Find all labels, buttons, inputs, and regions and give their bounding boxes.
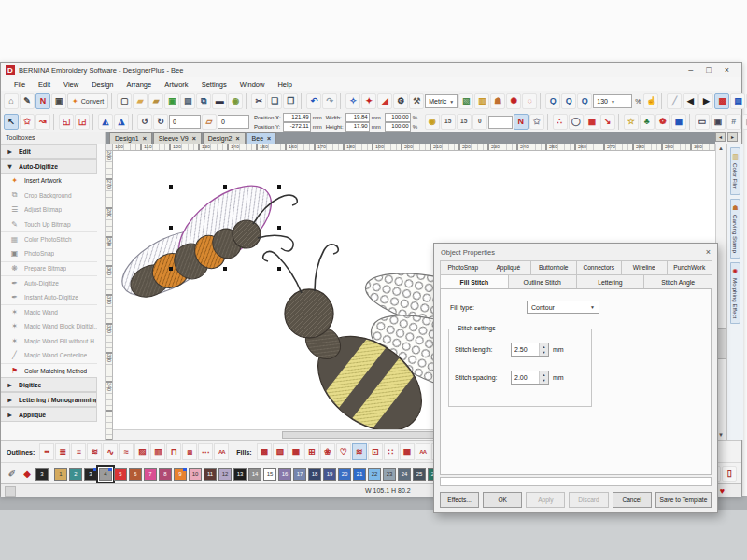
dialog-tab[interactable]: PhotoSnap xyxy=(440,260,486,275)
dialog-tab[interactable]: PunchWork xyxy=(667,260,713,275)
color-swatch[interactable]: 4 xyxy=(99,468,112,481)
outline-stitch-icon[interactable]: ≈ xyxy=(119,443,134,460)
toolbox-row[interactable]: ❋ Prepare Bitmap xyxy=(1,261,97,276)
toolbar-icon[interactable] xyxy=(301,93,303,109)
tab-scroll-left[interactable]: ◂ xyxy=(715,132,726,142)
outline-stitch-icon[interactable]: ╍ xyxy=(39,443,54,460)
bee-design-1[interactable] xyxy=(113,171,297,309)
toolbox-row[interactable]: ⚑ Color Matching Method xyxy=(1,363,97,378)
zoom-level-dropdown[interactable]: 130▼ xyxy=(593,94,632,108)
toolbar-icon[interactable]: ▥ xyxy=(474,93,489,109)
outline-stitch-icon[interactable]: ▨ xyxy=(134,443,149,460)
toolbar-icon[interactable]: ◉ xyxy=(228,93,243,109)
fill-stitch-icon[interactable]: ▤ xyxy=(273,443,288,460)
dialog-tab[interactable]: Buttonhole xyxy=(530,260,577,275)
menu-item[interactable]: Edit xyxy=(33,80,56,89)
tab-close-icon[interactable]: × xyxy=(267,135,271,142)
minimize-button[interactable]: – xyxy=(688,65,693,75)
toolbar-icon[interactable]: ◭ xyxy=(98,114,113,130)
toolbar-icon[interactable]: ▰ xyxy=(148,93,163,109)
toolbar-icon[interactable]: ✩ xyxy=(529,114,544,130)
toolbar-icon[interactable]: # xyxy=(726,114,741,130)
zoom-icon[interactable]: Q xyxy=(561,93,576,109)
outline-stitch-icon[interactable]: AA xyxy=(214,443,229,460)
dialog-close-icon[interactable]: × xyxy=(706,247,711,257)
height-input[interactable]: 17.90 xyxy=(345,122,370,132)
spin-down-icon[interactable]: ▼ xyxy=(540,350,548,357)
docker-tab[interactable]: ▥ Color Film xyxy=(730,147,740,195)
color-swatch[interactable]: 13 xyxy=(233,468,247,481)
dialog-tab[interactable]: Wireline xyxy=(621,260,668,275)
zoom-icon[interactable]: Q xyxy=(545,93,560,109)
dialog-button[interactable]: Apply xyxy=(526,492,565,508)
color-swatch[interactable]: 5 xyxy=(114,468,127,481)
toolbar-icon[interactable]: ⚒ xyxy=(409,93,424,109)
toolbar-icon[interactable]: 15 xyxy=(457,114,472,130)
toolbar-icon[interactable]: N xyxy=(514,114,529,130)
scale-y-input[interactable]: 100.00 xyxy=(385,122,411,132)
toolbar-icon[interactable]: 0 xyxy=(472,114,487,130)
close-button[interactable]: × xyxy=(725,65,729,75)
toolbox-row[interactable]: ▸ Appliqué xyxy=(1,407,97,422)
color-swatch[interactable]: 8 xyxy=(159,468,172,481)
fill-type-dropdown[interactable]: Contour ▼ xyxy=(527,301,599,314)
outline-stitch-icon[interactable]: ≋ xyxy=(87,443,102,460)
toolbar-icon[interactable]: ▬ xyxy=(212,93,227,109)
toolbar-icon[interactable]: ↘ xyxy=(600,114,615,130)
fill-stitch-icon[interactable]: ▦ xyxy=(400,443,415,460)
color-swatch[interactable]: 10 xyxy=(189,468,202,481)
dialog-tab[interactable]: Connectors xyxy=(576,260,623,275)
fill-bucket-icon[interactable]: ◆ xyxy=(21,467,34,481)
tab-close-icon[interactable]: × xyxy=(235,135,239,142)
color-swatch[interactable]: 11 xyxy=(204,468,217,481)
dialog-button[interactable]: Save to Template xyxy=(655,492,712,508)
color-swatch[interactable]: 2 xyxy=(69,468,82,481)
design-tab[interactable]: Bee × xyxy=(247,132,277,144)
toolbar-icon[interactable]: ✦ xyxy=(361,93,376,109)
color-swatch[interactable]: 22 xyxy=(368,468,381,481)
toolbar-icon[interactable]: ✎ xyxy=(20,93,35,109)
toolbar-icon[interactable]: ⌂ xyxy=(4,93,19,109)
stitch-length-spinner[interactable]: 2.50 ▲▼ xyxy=(511,343,549,357)
stitch-spacing-spinner[interactable]: 2.00 ▲▼ xyxy=(511,371,549,385)
title-bar[interactable]: D BERNINA Embroidery Software - Designer… xyxy=(1,63,741,78)
design-tab[interactable]: Sleeve V9 × xyxy=(153,132,202,144)
toolbar-icon[interactable] xyxy=(246,93,248,109)
position-x-input[interactable]: 121.49 xyxy=(283,113,311,122)
thread-tool-icon[interactable]: ▯ xyxy=(722,466,737,482)
toolbar-icon[interactable]: N xyxy=(35,93,50,109)
toolbar-icon[interactable]: ✂ xyxy=(251,93,266,109)
menu-item[interactable]: File xyxy=(8,80,31,89)
convert-button[interactable]: ✦ Convert xyxy=(67,93,108,109)
toolbar-icon[interactable]: ◲ xyxy=(75,114,90,130)
scale-x-input[interactable]: 100.00 xyxy=(385,113,411,122)
toolbar-icon[interactable]: ↻ xyxy=(153,114,168,130)
toolbar-icon[interactable]: ▣ xyxy=(711,114,726,130)
toolbar-icon[interactable] xyxy=(547,114,550,130)
toolbar-icon[interactable]: ▧ xyxy=(458,93,473,109)
toolbox-row[interactable]: ✶ Magic Wand xyxy=(1,304,97,319)
toolbar-icon[interactable]: ▭ xyxy=(695,114,710,130)
dialog-button[interactable]: Discard xyxy=(569,492,608,508)
maximize-button[interactable]: □ xyxy=(706,65,711,75)
toolbox-row[interactable]: ✎ Touch Up Bitmap xyxy=(1,217,97,232)
scrollbar-thumb[interactable] xyxy=(717,328,726,359)
color-swatch[interactable]: 9 xyxy=(174,468,187,481)
menu-item[interactable]: Design xyxy=(86,80,119,89)
color-swatch[interactable]: 23 xyxy=(383,468,396,481)
toolbox-row[interactable]: ✒ Auto-Digitize xyxy=(1,275,97,290)
docker-tab[interactable]: ✺ Morphing Effect xyxy=(730,262,740,324)
fill-stitch-icon[interactable]: ▦ xyxy=(289,443,303,460)
eyedropper-icon[interactable]: ✐ xyxy=(6,467,19,481)
toolbox-row[interactable]: ╱ Magic Wand Centerline xyxy=(1,348,97,363)
color-swatch[interactable]: 7 xyxy=(144,468,157,481)
toolbar-icon[interactable]: ▢ xyxy=(117,93,132,109)
toolbox-row[interactable]: ✶ Magic Wand Fill without H... xyxy=(1,334,97,349)
toolbar-icon[interactable]: ✩ xyxy=(20,114,35,130)
menu-item[interactable]: Help xyxy=(272,80,297,89)
color-swatch[interactable]: 1 xyxy=(54,468,67,481)
outline-stitch-icon[interactable]: ⧈ xyxy=(182,443,197,460)
toolbar-icon[interactable]: ↺ xyxy=(137,114,152,130)
toolbar-icon[interactable]: ◮ xyxy=(114,114,129,130)
toolbar-icon[interactable]: ▣ xyxy=(164,93,179,109)
